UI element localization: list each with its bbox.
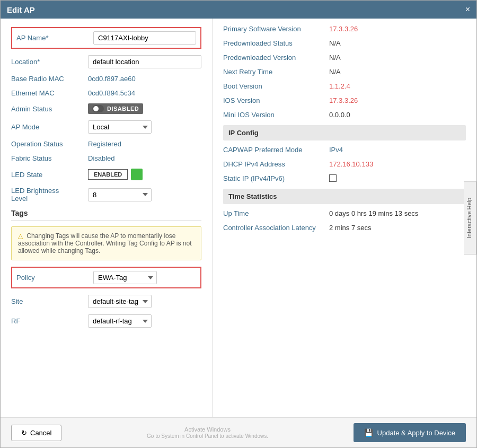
up-time-label: Up Time [223, 209, 329, 217]
boot-version-label: Boot Version [223, 82, 329, 90]
location-label: Location* [11, 58, 88, 66]
cancel-icon: ↻ [21, 429, 27, 437]
location-input[interactable] [88, 55, 201, 68]
right-panel: Primary Software Version 17.3.3.26 Predo… [213, 19, 476, 417]
primary-sw-label: Primary Software Version [223, 25, 329, 33]
dhcp-ipv4-label: DHCP IPv4 Address [223, 160, 329, 168]
capwap-value: IPv4 [329, 146, 343, 154]
apply-button[interactable]: 💾 Update & Apply to Device [354, 423, 466, 442]
operation-status-value: Registered [88, 140, 121, 148]
ap-name-row: AP Name* [11, 27, 201, 49]
watermark-text: Activate WindowsGo to System in Control … [147, 426, 268, 439]
up-time-row: Up Time 0 days 0 hrs 19 mins 13 secs [223, 209, 466, 217]
admin-status-label: Admin Status [11, 105, 88, 113]
time-stats-header: Time Statistics [223, 189, 466, 204]
fabric-status-label: Fabric Status [11, 154, 88, 162]
admin-status-row: Admin Status DISABLED [11, 103, 201, 114]
base-radio-mac-value[interactable]: 0cd0.f897.ae60 [88, 75, 136, 83]
static-ip-row: Static IP (IPv4/IPv6) [223, 174, 466, 182]
dhcp-ipv4-value: 172.16.10.133 [329, 160, 373, 168]
location-row: Location* [11, 55, 201, 68]
ip-config-header: IP Config [223, 125, 466, 140]
ap-mode-label: AP Mode [11, 123, 88, 131]
toggle-indicator [92, 105, 104, 112]
modal-title: Edit AP [7, 5, 35, 14]
led-brightness-label: LED Brightness Level [11, 187, 88, 203]
controller-assoc-label: Controller Association Latency [223, 224, 329, 232]
next-retry-value: N/A [329, 68, 341, 76]
admin-status-toggle-label: DISABLED [107, 106, 139, 112]
ap-mode-select[interactable]: Local FlexConnect Monitor [88, 120, 152, 134]
led-state-value: ENABLED [88, 169, 128, 180]
predownloaded-version-label: Predownloaded Version [223, 54, 329, 62]
tags-warning-box: △ Changing Tags will cause the AP to mom… [11, 226, 201, 260]
rf-row: RF default-rf-tag [11, 314, 201, 328]
operation-status-row: Operation Status Registered [11, 140, 201, 148]
ios-version-label: IOS Version [223, 96, 329, 104]
modal-body: AP Name* Location* Base Radio MAC 0cd0.f… [1, 19, 476, 417]
dhcp-ipv4-row: DHCP IPv4 Address 172.16.10.133 [223, 160, 466, 168]
ethernet-mac-row: Ethernet MAC 0cd0.f894.5c34 [11, 89, 201, 97]
ios-version-value: 17.3.3.26 [329, 96, 358, 104]
interactive-help-tab[interactable]: Interactive Help [464, 181, 476, 254]
left-panel: AP Name* Location* Base Radio MAC 0cd0.f… [1, 19, 213, 417]
mini-ios-row: Mini IOS Version 0.0.0.0 [223, 111, 466, 119]
led-green-indicator [131, 169, 143, 180]
controller-assoc-value: 2 mins 7 secs [329, 224, 371, 232]
next-retry-label: Next Retry Time [223, 68, 329, 76]
tags-warning-text: Changing Tags will cause the AP to momen… [18, 232, 192, 254]
ethernet-mac-value[interactable]: 0cd0.f894.5c34 [88, 89, 135, 97]
boot-version-row: Boot Version 1.1.2.4 [223, 82, 466, 90]
led-state-row: LED State ENABLED [11, 169, 201, 180]
admin-status-toggle-group: DISABLED [88, 103, 143, 114]
save-icon: 💾 [364, 428, 373, 437]
cancel-button[interactable]: ↻ Cancel [11, 425, 61, 441]
ap-mode-row: AP Mode Local FlexConnect Monitor [11, 120, 201, 134]
predownloaded-status-value: N/A [329, 39, 341, 47]
ap-name-input[interactable] [93, 31, 196, 45]
next-retry-row: Next Retry Time N/A [223, 68, 466, 76]
fabric-status-value: Disabled [88, 154, 115, 162]
ios-version-row: IOS Version 17.3.3.26 [223, 96, 466, 104]
capwap-label: CAPWAP Preferred Mode [223, 146, 329, 154]
up-time-value: 0 days 0 hrs 19 mins 13 secs [329, 209, 418, 217]
mini-ios-value: 0.0.0.0 [329, 111, 350, 119]
policy-label: Policy [16, 274, 93, 282]
edit-ap-modal: Edit AP × AP Name* Location* Base Radio … [0, 0, 477, 448]
led-state-group: ENABLED [88, 169, 143, 180]
predownloaded-status-label: Predownloaded Status [223, 39, 329, 47]
apply-label: Update & Apply to Device [377, 429, 455, 437]
primary-sw-row: Primary Software Version 17.3.3.26 [223, 25, 466, 33]
tags-section: Tags △ Changing Tags will cause the AP t… [11, 209, 201, 328]
cancel-label: Cancel [30, 429, 51, 437]
base-radio-mac-row: Base Radio MAC 0cd0.f897.ae60 [11, 75, 201, 83]
close-button[interactable]: × [465, 5, 470, 14]
static-ip-checkbox[interactable] [329, 174, 337, 182]
tags-title: Tags [11, 209, 201, 221]
predownloaded-status-row: Predownloaded Status N/A [223, 39, 466, 47]
ap-name-label: AP Name* [16, 34, 93, 42]
operation-status-label: Operation Status [11, 140, 88, 148]
ethernet-mac-label: Ethernet MAC [11, 89, 88, 97]
led-brightness-select[interactable]: 8 1234567 [88, 188, 152, 201]
modal-footer: ↻ Cancel Activate WindowsGo to System in… [1, 417, 476, 447]
fabric-status-row: Fabric Status Disabled [11, 154, 201, 162]
led-brightness-row: LED Brightness Level 8 1234567 [11, 187, 201, 203]
predownloaded-version-value: N/A [329, 54, 341, 62]
rf-label: RF [11, 317, 88, 325]
predownloaded-version-row: Predownloaded Version N/A [223, 54, 466, 62]
rf-select[interactable]: default-rf-tag [88, 314, 152, 328]
policy-select[interactable]: EWA-Tag default-policy-tag [93, 271, 157, 284]
site-select[interactable]: default-site-tag [88, 295, 152, 308]
boot-version-value: 1.1.2.4 [329, 82, 350, 90]
led-state-label: LED State [11, 171, 88, 179]
warning-icon: △ [18, 232, 23, 240]
base-radio-mac-label: Base Radio MAC [11, 75, 88, 83]
site-row: Site default-site-tag [11, 295, 201, 308]
controller-assoc-row: Controller Association Latency 2 mins 7 … [223, 224, 466, 232]
primary-sw-value: 17.3.3.26 [329, 25, 358, 33]
admin-status-toggle[interactable]: DISABLED [88, 103, 143, 114]
modal-header: Edit AP × [1, 1, 476, 19]
static-ip-label: Static IP (IPv4/IPv6) [223, 174, 329, 182]
policy-row: Policy EWA-Tag default-policy-tag [11, 267, 201, 288]
